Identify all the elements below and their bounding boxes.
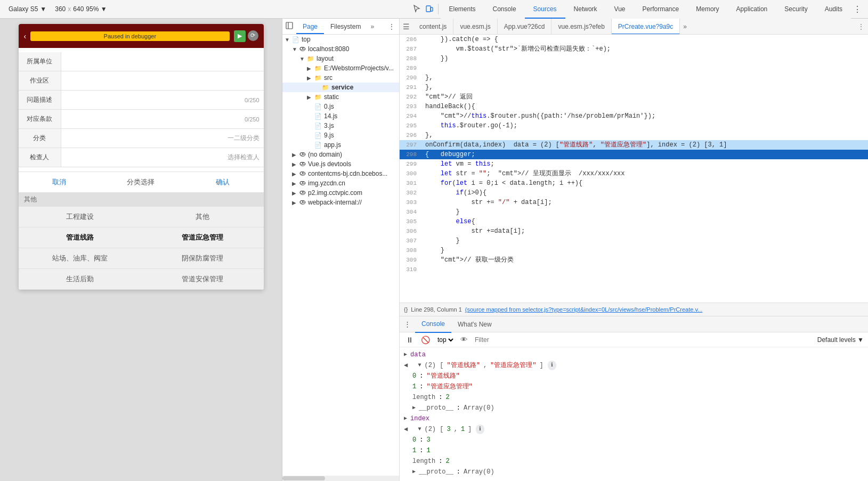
tab-network[interactable]: Network — [565, 0, 606, 19]
tree-item-14_js[interactable]: 📄14.js — [282, 111, 399, 121]
tree-item-localhost_8080[interactable]: ▼localhost:8080 — [282, 44, 399, 54]
console-filter-input[interactable] — [473, 335, 814, 345]
tab-vue[interactable]: Vue — [606, 0, 634, 19]
tree-item-E__WebstormProjects_v___[interactable]: ▶📁E:/WebstormProjects/v... — [282, 63, 399, 73]
tab-whats-new[interactable]: What's New — [451, 316, 498, 332]
phone-form: 所属单位 作业区 问题描述 0/250 对应条款 0/250 — [19, 48, 264, 172]
sidebar-toggle-icon[interactable]: ☰ — [400, 22, 413, 31]
svg-rect-2 — [286, 22, 293, 29]
tree-item-0_js[interactable]: 📄0.js — [282, 102, 399, 111]
cat-item-life[interactable]: 生活后勤 — [19, 269, 141, 289]
console-entry-data-arr[interactable]: ◀ ▼ (2) ["管道线路", "管道应急管理"]ℹ — [404, 360, 864, 371]
cat-item-construction[interactable]: 工程建设 — [19, 207, 141, 227]
tab-audits[interactable]: Audits — [816, 0, 851, 19]
zoom-selector[interactable]: 95% ▼ — [84, 4, 109, 14]
cat-item-security[interactable]: 管道安保管理 — [141, 269, 264, 289]
code-line-299: 299 let vm = this; — [400, 159, 868, 169]
tab-more[interactable]: » — [367, 19, 377, 34]
form-value-inspector[interactable]: 选择检查人 — [61, 148, 264, 167]
tree-item-p2_img_cctvpic_com[interactable]: ▶p2.img.cctvpic.com — [282, 188, 399, 198]
tree-item-app_js[interactable]: 📄app.js — [282, 140, 399, 150]
tree-item-webpack_internal___[interactable]: ▶webpack-internal:// — [282, 198, 399, 207]
cat-item-station[interactable]: 站场、油库、阀室 — [19, 248, 141, 268]
console-pause-icon[interactable]: ⏸ — [404, 333, 416, 346]
code-line-306: 306 str +=data[i]; — [400, 226, 868, 236]
more-button[interactable]: ⋮ — [851, 2, 864, 17]
tab-page[interactable]: Page — [296, 19, 324, 34]
height-display: 640 — [73, 5, 84, 13]
form-value-category[interactable]: 一二级分类 — [61, 129, 264, 148]
tree-item-layout[interactable]: ▼📁layout — [282, 54, 399, 63]
cancel-button[interactable]: 取消 — [19, 172, 100, 192]
console-tab-bar: ⋮ Console What's New — [400, 316, 868, 332]
console-entry-iproto[interactable]: ▶ __proto__: Array(0) — [404, 467, 864, 477]
tab-console[interactable]: Console — [484, 0, 525, 19]
tab-performance[interactable]: Performance — [634, 0, 688, 19]
code-tab-more[interactable]: » — [680, 23, 690, 30]
tree-item-contentcms_bj_cdn_bcebos___[interactable]: ▶contentcms-bj.cdn.bcebos... — [282, 169, 399, 178]
confirm-button[interactable]: 确认 — [182, 172, 263, 192]
console-panel: ⋮ Console What's New ⏸ 🚫 top 👁 Default l… — [400, 316, 868, 481]
code-tab-vue-esm2[interactable]: vue.esm.js?efeb — [551, 19, 611, 35]
form-row-desc: 问题描述 0/250 — [19, 91, 264, 110]
tab-console-main[interactable]: Console — [415, 316, 451, 333]
code-tab-prcreate[interactable]: PrCreate.vue?9a9c — [612, 19, 680, 35]
console-entry-data[interactable]: ▶ data — [404, 349, 864, 360]
code-options-icon[interactable]: ⋮ — [854, 22, 868, 31]
tree-item-_no_domain_[interactable]: ▶(no domain) — [282, 150, 399, 159]
back-button[interactable]: ‹ — [24, 32, 27, 40]
code-line-304: 304 } — [400, 207, 868, 217]
console-toggle-icon[interactable]: ⋮ — [400, 319, 415, 329]
code-editor[interactable]: 286 }).catch(e => {287 vm.$toast("str">`… — [400, 35, 868, 303]
category-select-button[interactable]: 分类选择 — [100, 172, 182, 192]
tree-item-Vue_js_devtools[interactable]: ▶Vue.js devtools — [282, 159, 399, 169]
horizontal-scrollbar[interactable] — [282, 476, 399, 481]
tree-item-service[interactable]: 📁service — [282, 83, 399, 92]
tree-item-static[interactable]: ▶📁static — [282, 92, 399, 102]
step-button[interactable]: ⟳ — [248, 30, 258, 41]
options-icon[interactable]: ⋮ — [384, 19, 399, 34]
cat-item-emergency[interactable]: 管道应急管理 — [141, 227, 264, 248]
source-map-link[interactable]: (source mapped from selector.js?type=scr… — [465, 306, 702, 313]
tab-application[interactable]: Application — [728, 0, 776, 19]
form-value-unit[interactable] — [61, 52, 264, 71]
console-entry-index[interactable]: ▶ index — [404, 413, 864, 424]
tree-item-top[interactable]: ▼📄top — [282, 35, 399, 44]
console-body[interactable]: ▶ data◀ ▼ (2) ["管道线路", "管道应急管理"]ℹ0: "管道线… — [400, 347, 868, 481]
console-context-select[interactable]: top — [435, 336, 455, 344]
form-value-desc[interactable]: 0/250 — [61, 91, 264, 109]
code-tab-vue-esm[interactable]: vue.esm.js — [453, 19, 497, 35]
code-tab-content[interactable]: content.js — [413, 19, 453, 35]
log-levels-button[interactable]: Default levels ▼ — [817, 336, 864, 344]
tree-label: layout — [317, 55, 334, 62]
tree-item-9_js[interactable]: 📄9.js — [282, 131, 399, 140]
dropdown-arrow: ▼ — [40, 5, 46, 13]
tab-memory[interactable]: Memory — [687, 0, 727, 19]
tree-label: 9.js — [324, 132, 334, 139]
console-eye-icon[interactable]: 👁 — [458, 333, 469, 346]
tree-item-3_js[interactable]: 📄3.js — [282, 121, 399, 131]
code-tab-app[interactable]: App.vue?26cd — [498, 19, 552, 35]
device-selector[interactable]: Galaxy S5 ▼ — [4, 4, 51, 14]
cat-item-pipeline[interactable]: 管道线路 — [19, 227, 141, 248]
cursor-icon[interactable] — [410, 2, 423, 17]
tab-elements[interactable]: Elements — [441, 0, 484, 19]
svg-point-24 — [303, 201, 305, 203]
cat-item-corrosion[interactable]: 阴保防腐管理 — [141, 248, 264, 268]
device-icon[interactable] — [423, 2, 436, 17]
panel-left-icon[interactable] — [282, 19, 296, 34]
tab-security[interactable]: Security — [776, 0, 816, 19]
form-value-area[interactable] — [61, 71, 264, 90]
cat-item-other[interactable]: 其他 — [141, 207, 264, 227]
tree-item-src[interactable]: ▶📁src — [282, 73, 399, 83]
tab-sources[interactable]: Sources — [525, 0, 565, 19]
tree-label: src — [324, 74, 332, 81]
console-entry-proto1[interactable]: ▶ __proto__: Array(0) — [404, 403, 864, 413]
console-clear-icon[interactable]: 🚫 — [419, 333, 432, 346]
resume-button[interactable]: ▶ — [234, 30, 246, 42]
phone-footer: 取消 分类选择 确认 — [19, 172, 264, 192]
tree-item-img_yzcdn_cn[interactable]: ▶img.yzcdn.cn — [282, 178, 399, 188]
console-entry-index-arr[interactable]: ◀ ▼ (2) [3, 1]ℹ — [404, 424, 864, 435]
tab-filesystem[interactable]: Filesystem — [324, 19, 367, 34]
form-value-terms[interactable]: 0/250 — [61, 110, 264, 128]
